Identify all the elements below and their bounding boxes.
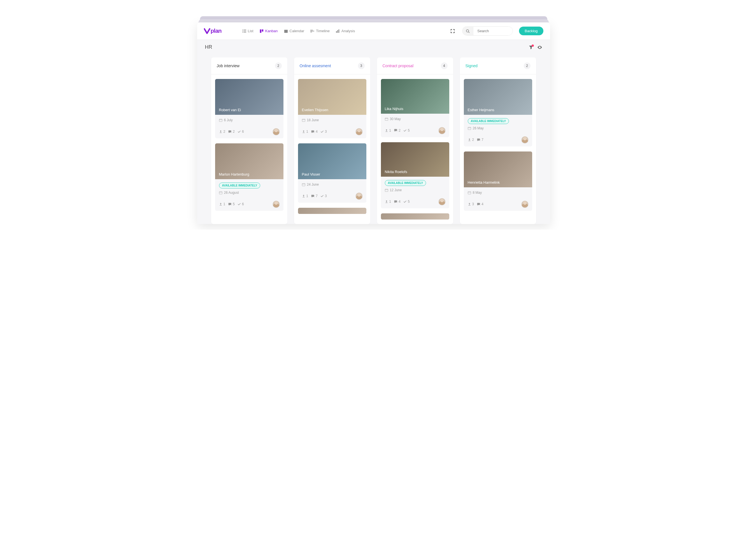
card-date: 24 June bbox=[302, 183, 362, 186]
card-date: 6 July bbox=[219, 118, 280, 122]
svg-rect-30 bbox=[468, 127, 471, 130]
page-title: HR bbox=[205, 44, 212, 50]
view-analysis[interactable]: Analysis bbox=[336, 29, 355, 33]
column-title: Contract proposal bbox=[383, 63, 414, 68]
fullscreen-icon[interactable] bbox=[449, 28, 456, 34]
search-icon[interactable] bbox=[462, 27, 473, 35]
candidate-card[interactable]: Esther Heijmans AVAILABLE IMMEDIATELY 26… bbox=[464, 79, 532, 146]
svg-rect-1 bbox=[242, 29, 243, 30]
upload-icon bbox=[302, 194, 305, 198]
svg-rect-13 bbox=[310, 32, 312, 32]
candidate-name: Paul Visser bbox=[298, 169, 324, 179]
candidate-photo: Paul Visser bbox=[298, 143, 366, 179]
column-count: 2 bbox=[524, 62, 531, 69]
assignee-avatar[interactable] bbox=[439, 198, 445, 205]
assignee-avatar[interactable] bbox=[273, 201, 280, 208]
comments-icon bbox=[394, 200, 397, 204]
availability-tag: AVAILABLE IMMEDIATELY bbox=[219, 183, 260, 188]
calendar-icon bbox=[219, 191, 223, 194]
candidate-card[interactable]: Robert van Ei 6 July 2 2 6 bbox=[215, 79, 283, 138]
candidate-card[interactable]: Paul Visser 24 June 1 7 3 bbox=[298, 143, 366, 203]
svg-rect-10 bbox=[284, 30, 287, 30]
assignee-avatar[interactable] bbox=[356, 193, 362, 199]
uploads-stat: 1 bbox=[385, 199, 391, 204]
svg-rect-26 bbox=[385, 118, 388, 121]
column-body[interactable]: Robert van Ei 6 July 2 2 6 Marlon Ha bbox=[211, 75, 287, 224]
column-title: Job interview bbox=[217, 63, 240, 68]
filter-button[interactable] bbox=[529, 45, 533, 50]
assignee-avatar[interactable] bbox=[439, 127, 445, 134]
search-input[interactable] bbox=[473, 27, 513, 35]
svg-rect-18 bbox=[219, 119, 222, 122]
candidate-name: Marlon Hartenburg bbox=[215, 169, 253, 179]
card-date: 18 June bbox=[302, 118, 362, 122]
column-count: 2 bbox=[275, 62, 282, 69]
candidate-name: Esther Heijmans bbox=[464, 105, 498, 115]
availability-tag: AVAILABLE IMMEDIATELY bbox=[385, 180, 426, 186]
view-kanban[interactable]: Kanban bbox=[260, 29, 278, 33]
assignee-avatar[interactable] bbox=[521, 201, 528, 208]
candidate-card[interactable]: Henrietta Harmelink 8 May 3 4 bbox=[464, 152, 532, 211]
column-body[interactable]: Esther Heijmans AVAILABLE IMMEDIATELY 26… bbox=[460, 75, 536, 224]
candidate-photo: Robert van Ei bbox=[215, 79, 283, 115]
calendar-icon bbox=[468, 127, 471, 130]
comments-stat: 4 bbox=[394, 199, 401, 204]
candidate-card[interactable] bbox=[298, 208, 366, 214]
column-title: Signed bbox=[465, 63, 478, 68]
svg-rect-6 bbox=[243, 32, 246, 32]
app-window: plan List Kanban Calendar Time bbox=[197, 22, 550, 224]
svg-rect-14 bbox=[336, 31, 337, 33]
checks-stat: 5 bbox=[403, 129, 410, 132]
candidate-card[interactable]: Nikita Roelofs AVAILABLE IMMEDIATELY 12 … bbox=[381, 142, 449, 208]
svg-rect-16 bbox=[339, 29, 339, 32]
candidate-photo: Henrietta Harmelink bbox=[464, 152, 532, 187]
column-body[interactable]: Lika Nijhuis 30 May 1 2 5 Nikita Roe bbox=[377, 75, 453, 224]
comments-stat: 4 bbox=[311, 130, 318, 134]
uploads-stat: 2 bbox=[468, 138, 474, 142]
candidate-card[interactable] bbox=[381, 213, 449, 219]
candidate-photo: Marlon Hartenburg bbox=[215, 143, 283, 179]
candidate-photo: Esther Heijmans bbox=[464, 79, 532, 115]
visibility-button[interactable] bbox=[537, 45, 542, 50]
calendar-icon bbox=[284, 29, 288, 33]
kanban-icon bbox=[260, 29, 263, 33]
upload-icon bbox=[468, 203, 471, 206]
svg-rect-25 bbox=[303, 197, 305, 197]
brand-logo: plan bbox=[204, 27, 231, 35]
candidate-card[interactable]: Lika Nijhuis 30 May 1 2 5 bbox=[381, 79, 449, 137]
uploads-stat: 1 bbox=[219, 202, 226, 206]
view-calendar[interactable]: Calendar bbox=[284, 29, 305, 33]
uploads-stat: 1 bbox=[302, 194, 308, 198]
backlog-button[interactable]: Backlog bbox=[519, 27, 543, 35]
calendar-icon bbox=[468, 191, 471, 194]
candidate-card[interactable]: Evelien Thijssen 18 June 1 4 3 bbox=[298, 79, 366, 138]
candidate-photo: Lika Nijhuis bbox=[381, 79, 449, 114]
assignee-avatar[interactable] bbox=[356, 128, 362, 135]
column-body[interactable]: Evelien Thijssen 18 June 1 4 3 Paul bbox=[294, 75, 370, 224]
comments-stat: 4 bbox=[477, 202, 484, 206]
svg-rect-20 bbox=[219, 191, 222, 194]
assignee-avatar[interactable] bbox=[521, 136, 528, 143]
checks-stat: 6 bbox=[237, 130, 244, 134]
svg-rect-27 bbox=[385, 132, 388, 132]
comments-stat: 5 bbox=[228, 202, 235, 206]
assignee-avatar[interactable] bbox=[273, 128, 280, 135]
comments-icon bbox=[228, 203, 232, 206]
view-label: Kanban bbox=[265, 29, 278, 33]
upload-icon bbox=[302, 130, 305, 133]
column-title: Online assesment bbox=[300, 63, 331, 68]
svg-rect-15 bbox=[337, 30, 338, 33]
svg-rect-5 bbox=[242, 32, 243, 32]
checks-stat: 5 bbox=[403, 199, 410, 204]
comments-icon bbox=[394, 129, 397, 132]
view-timeline[interactable]: Timeline bbox=[310, 29, 330, 33]
analysis-icon bbox=[336, 29, 340, 33]
view-list[interactable]: List bbox=[242, 29, 254, 33]
candidate-card[interactable]: Marlon Hartenburg AVAILABLE IMMEDIATELY … bbox=[215, 143, 283, 211]
check-icon bbox=[403, 129, 407, 132]
svg-rect-19 bbox=[220, 133, 222, 133]
upload-icon bbox=[385, 129, 388, 132]
check-icon bbox=[320, 194, 324, 198]
svg-text:plan: plan bbox=[210, 27, 221, 34]
comments-stat: 2 bbox=[228, 130, 235, 134]
